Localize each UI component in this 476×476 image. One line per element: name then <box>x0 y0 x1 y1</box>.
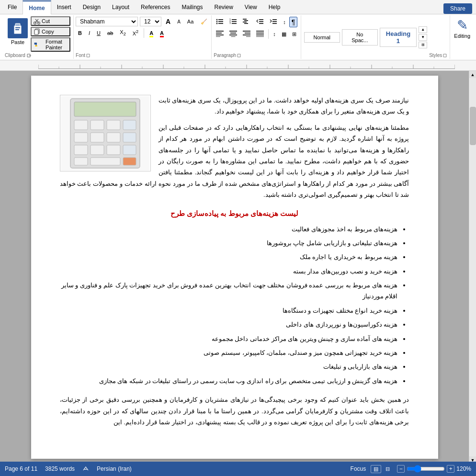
list-item: هزینه های آماده سازی و چینش ویترین های م… <box>60 333 398 344</box>
font-name-select[interactable]: Shabnam <box>76 17 138 26</box>
justify-button[interactable] <box>254 29 266 39</box>
font-size-select[interactable]: 12 <box>140 17 161 26</box>
copy-button[interactable]: Copy <box>31 27 70 36</box>
spell-check-icon[interactable] <box>82 465 89 472</box>
svg-rect-2 <box>15 27 20 28</box>
subscript-button[interactable]: X2 <box>117 28 128 38</box>
zoom-slider[interactable] <box>407 465 445 473</box>
numbering-button[interactable]: 1.2.3. <box>227 16 239 28</box>
sort-button[interactable]: ↕ <box>281 18 288 26</box>
underline-button[interactable]: U <box>94 29 103 37</box>
tab-insert[interactable]: Insert <box>51 0 77 14</box>
increase-indent-button[interactable] <box>267 16 280 28</box>
styles-dialog-icon[interactable] <box>443 54 447 57</box>
clear-formatting-icon: 🧹 <box>200 18 207 24</box>
scroll-up-button[interactable]: ▲ <box>469 71 476 78</box>
tab-mailings[interactable]: Mailings <box>176 0 208 14</box>
cut-button[interactable]: Cut <box>31 16 70 26</box>
clear-formatting-button[interactable]: 🧹 <box>198 16 209 27</box>
tab-review[interactable]: Review <box>208 0 238 14</box>
editing-group: ✎ Editing <box>450 15 474 59</box>
list-item: هزینه های بازاریابی و تبلیغات <box>60 361 398 372</box>
language-info[interactable]: Persian (Iran) <box>97 465 132 472</box>
align-left-button[interactable] <box>214 29 226 39</box>
svg-rect-29 <box>244 23 248 24</box>
style-heading1[interactable]: Heading 1 <box>380 28 417 47</box>
styles-more[interactable]: ⊞ <box>419 42 427 48</box>
align-center-button[interactable] <box>227 29 239 39</box>
tab-home[interactable]: Home <box>23 0 51 14</box>
status-bar: Page 6 of 11 3825 words Persian (Iran) F… <box>0 462 476 476</box>
editing-label: Editing <box>454 33 470 39</box>
svg-rect-34 <box>272 21 277 22</box>
font-shrink-button[interactable]: A <box>175 18 183 26</box>
styles-scroll-down[interactable]: ▼ <box>419 34 427 41</box>
editing-icon[interactable]: ✎ <box>457 17 468 33</box>
font-color-button[interactable]: A <box>158 29 166 37</box>
list-item: هزینه‌های تبلیغاتی و بازاریابی شامل چاپ … <box>60 238 398 249</box>
italic-button[interactable]: I <box>86 29 92 37</box>
svg-rect-82 <box>74 133 88 142</box>
align-right-icon <box>243 30 250 37</box>
text-highlight-button[interactable]: A <box>147 29 156 37</box>
tab-view[interactable]: View <box>239 0 263 14</box>
zoom-in-button[interactable]: + <box>447 465 454 473</box>
decrease-indent-button[interactable] <box>254 16 266 28</box>
document-image <box>60 95 151 171</box>
tab-file[interactable]: File <box>2 0 23 14</box>
scroll-track[interactable] <box>470 78 476 456</box>
font-group-label: Font <box>76 53 209 58</box>
document-page[interactable]: نیازمند صرف یک سری هزینه‌های اولیه خواهد… <box>31 76 438 459</box>
print-layout-button[interactable]: ▤ <box>371 465 381 473</box>
svg-rect-78 <box>74 120 88 130</box>
borders-button[interactable]: ⊞ <box>290 30 299 39</box>
tab-references[interactable]: References <box>135 0 176 14</box>
vertical-scrollbar[interactable]: ▲ ▼ <box>469 71 476 464</box>
bold-button[interactable]: B <box>76 29 84 37</box>
focus-mode[interactable]: Focus <box>351 465 366 472</box>
svg-rect-53 <box>38 68 455 69</box>
shading-button[interactable]: ▦ <box>279 30 289 39</box>
svg-rect-92 <box>123 158 136 165</box>
svg-rect-9 <box>34 30 38 34</box>
svg-rect-17 <box>218 21 223 22</box>
styles-scroll-up[interactable]: ▲ <box>419 26 427 33</box>
show-hide-button[interactable]: ¶ <box>289 17 298 27</box>
list-item: هزینه دکوراسیون‌ها و نورپردازی های داخلی <box>60 319 398 330</box>
ribbon-tabs: File Home Insert Design Layout Reference… <box>0 0 476 14</box>
superscript-button[interactable]: X2 <box>130 28 141 38</box>
paste-button[interactable]: Paste <box>5 16 31 52</box>
font-color-icon: A <box>160 30 164 37</box>
scroll-thumb[interactable] <box>470 107 476 145</box>
svg-rect-51 <box>256 36 264 37</box>
group-dialog-icon[interactable] <box>26 53 31 58</box>
svg-rect-37 <box>216 33 222 34</box>
style-normal[interactable]: Normal <box>304 32 340 43</box>
copy-label: Copy <box>42 29 54 34</box>
styles-group: Normal No Spac... Heading 1 ▲ ▼ ⊞ Styles <box>301 15 451 59</box>
svg-rect-85 <box>123 133 136 142</box>
svg-rect-87 <box>91 145 104 155</box>
zoom-out-button[interactable]: − <box>397 465 405 473</box>
share-button[interactable]: Share <box>443 3 472 14</box>
zoom-level[interactable]: 120% <box>456 465 471 472</box>
font-grow-button[interactable]: A <box>163 16 173 27</box>
change-case-button[interactable]: Aa <box>185 17 196 26</box>
tab-design[interactable]: Design <box>77 0 106 14</box>
paragraph-group-label: Paragraph <box>214 53 299 58</box>
line-spacing-button[interactable]: ↕ <box>271 30 278 38</box>
paragraph-dialog-icon[interactable] <box>237 54 241 57</box>
align-right-button[interactable] <box>240 29 253 39</box>
web-layout-button[interactable]: ⊟ <box>383 465 392 473</box>
format-painter-button[interactable]: Format Painter <box>31 37 70 52</box>
document-area[interactable]: نیازمند صرف یک سری هزینه‌های اولیه خواهد… <box>0 71 469 464</box>
tab-help[interactable]: Help <box>263 0 286 14</box>
tab-layout[interactable]: Layout <box>106 0 135 14</box>
justify-icon <box>256 30 264 37</box>
bullets-button[interactable] <box>214 16 226 28</box>
font-dialog-icon[interactable] <box>86 54 90 57</box>
paste-label: Paste <box>11 39 24 45</box>
strikethrough-button[interactable]: ab <box>105 29 115 37</box>
multilevel-list-button[interactable] <box>240 16 253 28</box>
style-no-spacing[interactable]: No Spac... <box>342 29 378 45</box>
